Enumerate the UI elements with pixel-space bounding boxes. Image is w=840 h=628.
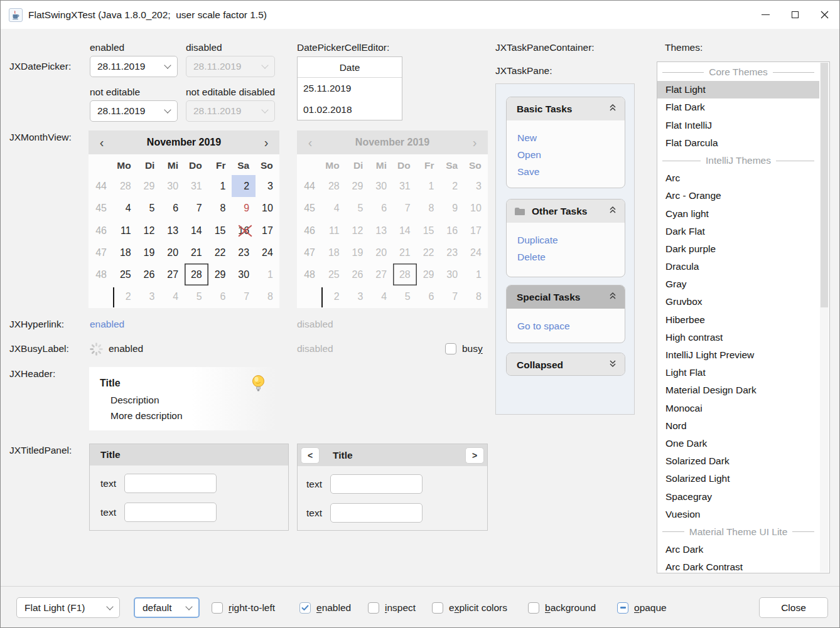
theme-item[interactable]: Solarized Dark <box>657 452 819 470</box>
calendar-day[interactable]: 16 <box>232 220 256 242</box>
taskpane-header[interactable]: Special Tasks <box>507 285 625 309</box>
theme-item[interactable]: Arc - Orange <box>657 187 819 205</box>
checkbox-box[interactable] <box>445 343 456 354</box>
monthview-enabled[interactable]: ‹November 2019›MoDiMiDoFrSaSo44282930311… <box>89 130 279 308</box>
size-combobox[interactable]: default <box>134 597 200 618</box>
checkbox-box[interactable] <box>212 602 223 614</box>
calendar-day[interactable]: 4 <box>114 197 137 219</box>
calendar-day[interactable]: 5 <box>137 197 161 219</box>
calendar-day[interactable]: 8 <box>256 285 279 307</box>
checkbox-box[interactable] <box>299 602 311 614</box>
table-row[interactable]: 25.11.2019 <box>298 78 402 99</box>
taskpane-link-new[interactable]: New <box>517 129 625 146</box>
datepicker-dropdown-button[interactable] <box>158 65 177 68</box>
calendar-day[interactable]: 7 <box>232 285 256 307</box>
calendar-day[interactable]: 28 <box>185 263 208 285</box>
taskpane-header[interactable]: Basic Tasks <box>507 97 625 120</box>
calendar-day[interactable]: 29 <box>137 175 161 197</box>
theme-item[interactable]: Flat Dark <box>657 98 819 116</box>
theme-item[interactable]: Arc Dark <box>657 541 819 558</box>
taskpane-header[interactable]: Collapsed <box>507 353 625 376</box>
theme-item[interactable]: Nord <box>657 417 819 435</box>
calendar-day[interactable]: 12 <box>137 220 161 242</box>
calendar-day[interactable]: 27 <box>161 263 185 285</box>
taskpane-link-duplicate[interactable]: Duplicate <box>517 232 625 248</box>
theme-item[interactable]: Gruvbox <box>657 293 819 311</box>
busy-checkbox[interactable]: busy <box>445 338 483 359</box>
table-column-header[interactable]: Date <box>298 57 402 78</box>
checkbox-explicit-colors[interactable]: explicit colors <box>432 597 507 618</box>
table-row[interactable]: 01.02.2018 <box>298 99 402 120</box>
taskpane-link-open[interactable]: Open <box>517 146 625 163</box>
calendar-day[interactable]: 22 <box>208 242 232 263</box>
calendar-day[interactable]: 2 <box>232 175 256 197</box>
theme-item[interactable]: Arc <box>657 169 819 187</box>
calendar-day[interactable]: 19 <box>137 242 161 263</box>
next-month-button[interactable]: › <box>253 131 279 154</box>
theme-item[interactable]: Cyan light <box>657 205 819 223</box>
datepicker-enabled[interactable]: 28.11.2019 <box>90 56 178 77</box>
checkbox-background[interactable]: background <box>528 597 596 618</box>
datepicker-not-editable[interactable]: 28.11.2019 <box>90 100 178 122</box>
next-button[interactable]: > <box>465 447 484 464</box>
datepicker-value[interactable]: 28.11.2019 <box>90 105 158 117</box>
calendar-day[interactable]: 3 <box>256 175 279 197</box>
calendar-day[interactable]: 15 <box>208 220 232 242</box>
theme-item[interactable]: High contrast <box>657 329 819 346</box>
calendar-day[interactable]: 31 <box>185 175 208 197</box>
hyperlink-enabled[interactable]: enabled <box>90 319 124 330</box>
checkbox-enabled[interactable]: enabled <box>299 597 351 618</box>
theme-item[interactable]: Flat IntelliJ <box>657 117 819 134</box>
datepicker-value[interactable]: 28.11.2019 <box>90 61 158 72</box>
calendar-day[interactable]: 1 <box>256 263 279 285</box>
themes-scrollbar[interactable] <box>820 63 829 572</box>
taskpane-header[interactable]: Other Tasks <box>507 200 625 223</box>
theme-item[interactable]: Flat Darcula <box>657 134 819 152</box>
calendar-day[interactable]: 29 <box>208 263 232 285</box>
datepicker-dropdown-button[interactable] <box>158 110 177 112</box>
theme-item[interactable]: Material Design Dark <box>657 381 819 399</box>
calendar-day[interactable]: 6 <box>208 285 232 307</box>
theme-item[interactable]: Light Flat <box>657 364 819 381</box>
taskpane-link-save[interactable]: Save <box>517 163 625 180</box>
theme-item[interactable]: IntelliJ Light Preview <box>657 346 819 364</box>
maximize-button[interactable] <box>780 1 810 29</box>
calendar-day[interactable]: 14 <box>185 220 208 242</box>
theme-item[interactable]: Dark Flat <box>657 223 819 240</box>
theme-item[interactable]: Gray <box>657 275 819 293</box>
checkbox-right-to-left[interactable]: right-to-left <box>212 597 275 618</box>
prev-button[interactable]: < <box>301 447 320 464</box>
text-input[interactable] <box>330 503 423 523</box>
checkbox-box[interactable] <box>617 602 628 614</box>
text-input[interactable] <box>124 474 217 493</box>
prev-month-button[interactable]: ‹ <box>89 131 115 154</box>
calendar-day[interactable]: 18 <box>114 242 137 263</box>
calendar-day[interactable]: 20 <box>161 242 185 263</box>
minimize-button[interactable] <box>751 1 780 29</box>
calendar-day[interactable]: 1 <box>208 175 232 197</box>
calendar-day[interactable]: 28 <box>114 175 137 197</box>
checkbox-opaque[interactable]: opaque <box>617 597 667 618</box>
calendar-day[interactable]: 9 <box>232 197 256 219</box>
close-button[interactable]: Close <box>759 597 828 618</box>
calendar-day[interactable]: 2 <box>114 285 137 307</box>
calendar-day[interactable]: 5 <box>185 285 208 307</box>
calendar-day[interactable]: 13 <box>161 220 185 242</box>
text-input[interactable] <box>330 474 423 494</box>
checkbox-box[interactable] <box>432 602 443 614</box>
theme-combobox[interactable]: Flat Light (F1) <box>16 597 120 618</box>
theme-item[interactable]: Spacegray <box>657 488 819 506</box>
calendar-day[interactable]: 17 <box>256 220 279 242</box>
theme-item[interactable]: Dark purple <box>657 240 819 258</box>
checkbox-box[interactable] <box>368 602 379 614</box>
taskpane-link-delete[interactable]: Delete <box>517 248 625 265</box>
calendar-day[interactable]: 30 <box>232 263 256 285</box>
calendar-day[interactable]: 25 <box>114 263 137 285</box>
close-window-button[interactable] <box>810 1 839 29</box>
theme-item[interactable]: Hiberbee <box>657 311 819 329</box>
calendar-day[interactable]: 4 <box>161 285 185 307</box>
calendar-day[interactable]: 11 <box>114 220 137 242</box>
calendar-day[interactable]: 24 <box>256 242 279 263</box>
calendar-day[interactable]: 10 <box>256 197 279 219</box>
theme-item[interactable]: Dracula <box>657 258 819 275</box>
